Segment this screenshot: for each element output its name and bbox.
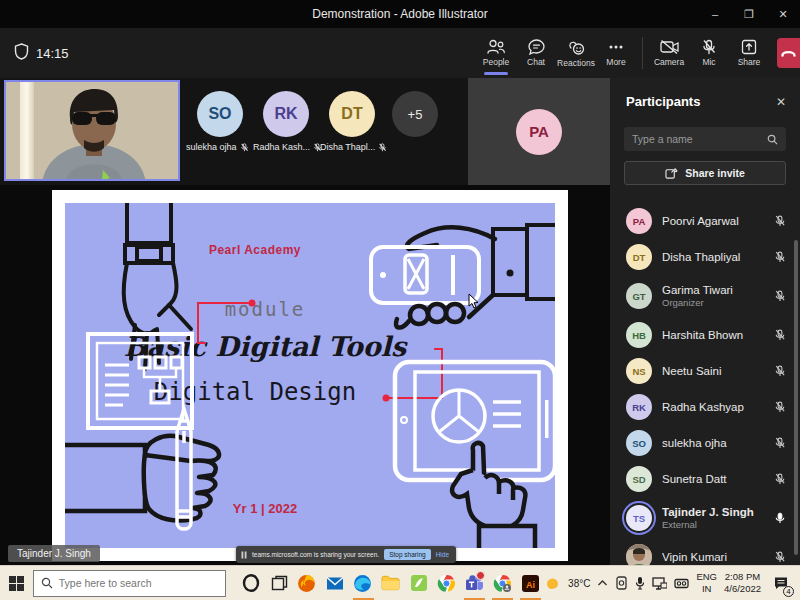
camera-button[interactable]: Camera — [649, 28, 689, 78]
avatar-name-sulekha: sulekha ojha — [186, 142, 249, 152]
mic-button[interactable]: Mic — [689, 28, 729, 78]
mic-off-icon — [701, 39, 717, 55]
tray-time: 2:08 PM — [724, 571, 761, 583]
people-button[interactable]: People — [476, 28, 516, 78]
participant-row-garima[interactable]: GT Garima Tiwari Organizer — [610, 275, 800, 317]
teams-meeting-window: Demonstration - Adobe Illustrator – ❐ ✕ … — [0, 0, 800, 600]
chevron-up-icon[interactable] — [597, 579, 608, 587]
mail-icon[interactable] — [321, 566, 349, 600]
avatar-photo — [626, 544, 652, 565]
language-indicator[interactable]: ENG IN — [696, 571, 717, 595]
pause-icon — [241, 551, 247, 559]
notification-badge: 4 — [783, 586, 794, 597]
screen-share-banner: teams.microsoft.com is sharing your scre… — [236, 546, 456, 563]
weather-sun-icon[interactable] — [544, 576, 561, 591]
start-button[interactable] — [0, 566, 33, 600]
spotlight-tile-poorvi[interactable]: PA — [468, 78, 610, 185]
avatar-overflow[interactable]: +5 — [392, 91, 438, 137]
taskbar-search[interactable] — [33, 570, 226, 597]
illustrator-icon[interactable]: Ai — [516, 566, 544, 600]
participant-row-sulekha[interactable]: SO sulekha ojha — [610, 425, 800, 461]
chat-label: Chat — [527, 57, 545, 67]
shared-screen: Pearl Academy module Basic Digital Tools… — [0, 185, 610, 565]
share-screen-icon — [741, 39, 757, 55]
mic-off-icon — [770, 551, 786, 563]
maximize-button[interactable]: ❐ — [732, 0, 766, 28]
tray-teams-icon[interactable] — [615, 576, 628, 590]
share-banner-message: teams.microsoft.com is sharing your scre… — [252, 551, 379, 558]
avatar-name-radha: Radha Kash... — [253, 142, 322, 152]
chat-button[interactable]: Chat — [516, 28, 556, 78]
avatar-sulekha[interactable]: SO — [197, 91, 243, 137]
taskbar-search-input[interactable] — [59, 577, 218, 589]
participant-row-radha[interactable]: RK Radha Kashyap — [610, 389, 800, 425]
participant-list: PA Poorvi Agarwal DT Disha Thapliyal GT … — [610, 203, 800, 565]
presenter-name-label: Tajinder J. Singh — [8, 545, 100, 562]
mic-off-icon — [770, 401, 786, 413]
close-button[interactable]: ✕ — [766, 0, 800, 28]
participant-row-disha[interactable]: DT Disha Thapliyal — [610, 239, 800, 275]
camera-off-icon — [659, 39, 680, 55]
more-label: More — [606, 57, 625, 67]
mic-off-icon — [378, 143, 387, 152]
chrome-icon[interactable] — [432, 566, 460, 600]
camera-label: Camera — [654, 57, 684, 67]
action-center-button[interactable]: 4 — [768, 566, 794, 600]
avatar: RK — [626, 394, 652, 420]
share-invite-icon — [665, 167, 678, 179]
participant-row-harshita[interactable]: HB Harshita Bhown — [610, 317, 800, 353]
leave-button[interactable]: Leave — [777, 38, 800, 68]
mic-off-icon — [770, 215, 786, 227]
reactions-button[interactable]: Reactions — [556, 28, 596, 78]
task-view-icon[interactable] — [265, 566, 293, 600]
participant-row-neetu[interactable]: NS Neetu Saini — [610, 353, 800, 389]
mic-off-icon — [770, 437, 786, 449]
avatar: HB — [626, 322, 652, 348]
panel-scrollbar[interactable] — [794, 240, 798, 555]
share-button[interactable]: Share — [729, 28, 769, 78]
chrome-profile-icon[interactable] — [488, 566, 516, 600]
opera-icon[interactable] — [237, 566, 265, 600]
windows-logo-icon — [9, 576, 24, 591]
participant-row-vipin[interactable]: Vipin Kumari — [610, 539, 800, 565]
wps-icon[interactable] — [405, 566, 433, 600]
participant-role: External — [662, 519, 760, 530]
minimize-button[interactable]: – — [698, 0, 732, 28]
participant-search-input[interactable] — [632, 133, 761, 145]
avatar-radha[interactable]: RK — [263, 91, 309, 137]
participant-row-tajinder[interactable]: TS Tajinder J. Singh External — [610, 497, 800, 539]
participants-title: Participants — [626, 94, 700, 109]
presenter-webcam-person — [6, 82, 180, 181]
tray-display-icon[interactable] — [652, 577, 667, 590]
clock[interactable]: 2:08 PM 4/6/2022 — [724, 571, 761, 595]
edge-icon[interactable] — [349, 566, 377, 600]
teams-notification-badge — [476, 571, 485, 580]
stop-sharing-button[interactable]: Stop sharing — [384, 549, 431, 560]
chat-icon — [528, 39, 545, 55]
hand-holding-pencil-illustration — [65, 403, 269, 548]
weather-temp[interactable]: 38°C — [568, 578, 590, 589]
teams-icon[interactable] — [460, 566, 488, 600]
participant-row-poorvi[interactable]: PA Poorvi Agarwal — [610, 203, 800, 239]
avatar: GT — [626, 283, 652, 309]
tray-camera-icon[interactable] — [674, 578, 689, 589]
mouse-cursor — [468, 293, 479, 309]
participant-row-sunetra[interactable]: SD Sunetra Datt — [610, 461, 800, 497]
tray-mic-icon[interactable] — [635, 576, 645, 590]
shield-icon — [14, 43, 29, 63]
tablet-pointing-hand-illustration — [387, 358, 555, 548]
tray-date: 4/6/2022 — [724, 583, 761, 595]
mic-off-icon — [770, 473, 786, 485]
toolbar-divider — [642, 37, 643, 69]
folder-icon[interactable] — [377, 566, 405, 600]
avatar: SD — [626, 466, 652, 492]
firefox-icon[interactable] — [293, 566, 321, 600]
self-video-tile[interactable] — [4, 80, 180, 181]
close-panel-button[interactable]: ✕ — [776, 95, 786, 109]
more-button[interactable]: More — [596, 28, 636, 78]
avatar-disha[interactable]: DT — [329, 91, 375, 137]
hide-banner-button[interactable]: Hide — [436, 551, 449, 558]
participant-search[interactable] — [624, 127, 786, 151]
share-invite-button[interactable]: Share invite — [624, 161, 786, 185]
avatar: PA — [626, 208, 652, 234]
